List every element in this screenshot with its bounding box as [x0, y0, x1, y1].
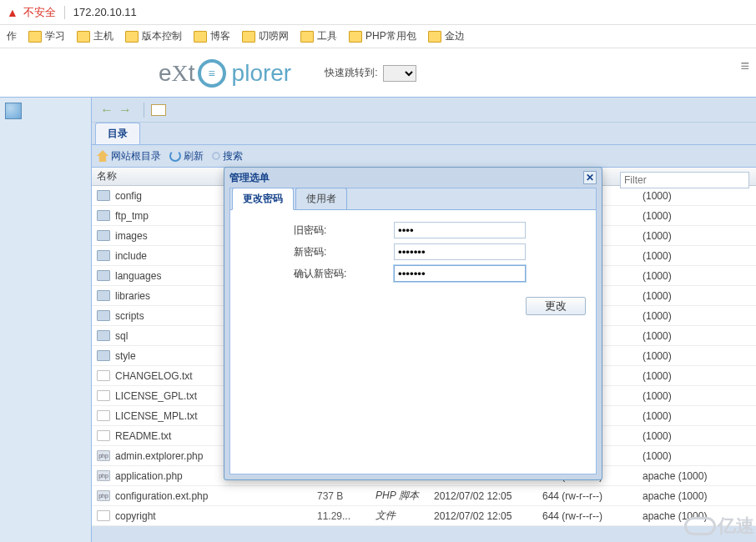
- tab-directory[interactable]: 目录: [95, 123, 140, 144]
- close-icon[interactable]: ✕: [583, 171, 597, 184]
- logo-x: X: [172, 60, 189, 87]
- modal-tabs: 更改密码 使用者: [230, 188, 596, 210]
- refresh-label: 刷新: [184, 149, 204, 163]
- back-icon[interactable]: ←: [100, 103, 113, 118]
- file-name: LICENSE_MPL.txt: [115, 410, 198, 422]
- bookmark-label: 作: [7, 29, 17, 43]
- php-icon: php: [97, 490, 110, 501]
- search-label: 搜索: [223, 149, 243, 163]
- filter-input[interactable]: [620, 172, 749, 188]
- file-type: PHP 脚本: [375, 489, 434, 503]
- watermark-logo: 亿速: [684, 514, 754, 539]
- bookmark-item[interactable]: 工具: [300, 29, 337, 43]
- tab-change-password[interactable]: 更改密码: [232, 188, 294, 210]
- old-password-label: 旧密码:: [294, 223, 394, 238]
- file-owner: (1000): [643, 330, 672, 342]
- extplorer-logo: e X t ≡ plorer: [159, 59, 291, 88]
- file-date: 2012/07/02 12:05: [434, 510, 534, 522]
- folder-icon: [349, 31, 362, 43]
- home-icon: [97, 150, 108, 162]
- bookmark-item[interactable]: PHP常用包: [349, 29, 416, 43]
- php-icon: php: [97, 470, 110, 481]
- bookmark-item[interactable]: 版本控制: [125, 29, 182, 43]
- folder-icon: [97, 210, 110, 221]
- old-password-input[interactable]: [394, 222, 526, 238]
- confirm-password-label: 确认新密码:: [294, 267, 394, 281]
- separator: [64, 6, 65, 19]
- tree-toolbar: 网站根目录 刷新 搜索: [92, 144, 756, 168]
- bookmark-item[interactable]: 博客: [194, 29, 230, 43]
- folder-icon: [97, 290, 110, 301]
- file-perm: 644 (rw-r--r--): [542, 510, 634, 522]
- file-name: application.php: [115, 470, 183, 482]
- file-icon: [97, 370, 110, 381]
- left-rail: [0, 97, 92, 542]
- file-owner: (1000): [643, 390, 672, 402]
- folder-icon: [77, 31, 90, 43]
- file-name: admin.extplorer.php: [115, 450, 203, 462]
- divider: [144, 103, 144, 118]
- quick-jump-select[interactable]: [383, 65, 416, 82]
- insecure-icon: ▲: [7, 6, 18, 19]
- folder-icon[interactable]: [151, 104, 166, 116]
- folder-icon: [97, 270, 110, 281]
- logo-circle-icon: ≡: [198, 59, 226, 88]
- bookmark-item[interactable]: 学习: [28, 29, 65, 43]
- file-name: CHANGELOG.txt: [115, 370, 193, 382]
- col-name-label: 名称: [97, 169, 117, 183]
- bookmarks-bar: 作学习主机版本控制博客叨唠网工具PHP常用包金边: [0, 25, 756, 48]
- cube-icon[interactable]: [5, 103, 22, 119]
- new-password-input[interactable]: [394, 243, 526, 260]
- password-form: 旧密码: 新密码: 确认新密码:: [230, 210, 596, 282]
- folder-icon: [28, 31, 42, 43]
- file-name: configuration.ext.php: [115, 490, 208, 502]
- bookmark-item[interactable]: 叨唠网: [242, 29, 289, 43]
- file-name: ftp_tmp: [115, 210, 149, 222]
- modal-titlebar[interactable]: 管理选单 ✕: [224, 168, 602, 188]
- confirm-password-input[interactable]: [394, 265, 526, 282]
- bookmark-item[interactable]: 主机: [77, 29, 113, 43]
- file-size: 11.29...: [317, 510, 367, 522]
- filter-container: [620, 172, 749, 188]
- refresh-button[interactable]: 刷新: [169, 149, 204, 163]
- file-owner: (1000): [643, 410, 672, 422]
- search-icon: [212, 152, 220, 160]
- folder-icon: [97, 250, 110, 261]
- folder-icon: [97, 350, 110, 361]
- watermark-text: 亿速: [718, 514, 754, 539]
- tabs-row: 目录: [92, 123, 756, 144]
- url-text[interactable]: 172.20.10.11: [73, 6, 137, 18]
- search-button[interactable]: 搜索: [212, 149, 243, 163]
- root-button[interactable]: 网站根目录: [97, 149, 161, 163]
- file-owner: (1000): [643, 450, 672, 462]
- file-name: languages: [115, 270, 161, 282]
- bookmark-item[interactable]: 作: [7, 29, 17, 43]
- bookmark-item[interactable]: 金边: [428, 29, 465, 43]
- modal-title-text: 管理选单: [229, 171, 270, 185]
- file-icon: [97, 510, 110, 521]
- bookmark-label: 版本控制: [142, 29, 182, 43]
- logo-t: t: [189, 60, 195, 87]
- file-owner: (1000): [643, 190, 672, 202]
- file-row[interactable]: copyright11.29...文件2012/07/02 12:05644 (…: [92, 506, 756, 526]
- file-row[interactable]: phpconfiguration.ext.php737 BPHP 脚本2012/…: [92, 486, 756, 506]
- file-owner: (1000): [643, 370, 672, 382]
- folder-icon: [97, 330, 110, 341]
- bookmark-label: 金边: [445, 29, 465, 43]
- file-name: LICENSE_GPL.txt: [115, 390, 197, 402]
- tab-user[interactable]: 使用者: [295, 188, 347, 209]
- folder-icon: [97, 310, 110, 321]
- file-owner: (1000): [643, 430, 672, 442]
- file-name: libraries: [115, 290, 150, 302]
- file-name: images: [115, 230, 148, 242]
- file-name: config: [115, 190, 142, 202]
- logo-e: e: [159, 60, 172, 87]
- folder-icon: [300, 31, 314, 43]
- file-owner: (1000): [643, 210, 672, 222]
- file-owner: (1000): [643, 270, 672, 282]
- forward-icon[interactable]: →: [118, 103, 132, 118]
- menu-icon[interactable]: ≡: [740, 58, 749, 75]
- file-type: 文件: [375, 509, 434, 523]
- change-button[interactable]: 更改: [526, 297, 586, 315]
- file-date: 2012/07/02 12:05: [434, 490, 534, 502]
